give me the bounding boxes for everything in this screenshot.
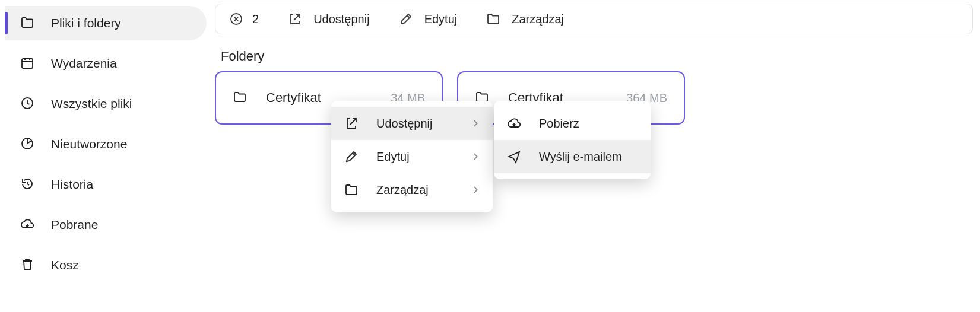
clear-selection[interactable]: 2 xyxy=(229,11,259,27)
share-icon xyxy=(287,11,303,27)
sidebar-item-label: Nieutworzone xyxy=(51,137,127,151)
send-icon xyxy=(507,149,524,164)
clock-icon xyxy=(19,96,37,112)
section-title-folders: Foldery xyxy=(221,49,264,64)
sidebar-item-files-folders[interactable]: Pliki i foldery xyxy=(5,6,207,40)
chevron-right-icon xyxy=(471,117,480,130)
context-menu: Udostępnij Edytuj Zarządzaj xyxy=(331,101,493,212)
sidebar-item-label: Pobrane xyxy=(51,218,98,232)
sidebar-item-events[interactable]: Wydarzenia xyxy=(5,46,207,81)
sidebar-item-label: Wydarzenia xyxy=(51,56,117,71)
download-cloud-icon xyxy=(19,217,37,233)
action-label: Edytuj xyxy=(424,12,458,26)
sidebar-item-label: Wszystkie pliki xyxy=(51,97,132,111)
share-icon xyxy=(344,116,361,130)
calendar-icon xyxy=(19,56,37,71)
trash-icon xyxy=(19,257,37,273)
folder-open-icon xyxy=(486,11,501,27)
sidebar-item-label: Historia xyxy=(51,177,93,192)
selected-count: 2 xyxy=(252,12,259,26)
folder-open-icon xyxy=(19,15,37,31)
submenu-download[interactable]: Pobierz xyxy=(494,107,651,140)
selection-action-bar: 2 Udostępnij Edytuj Zarządzaj xyxy=(215,4,973,34)
close-circle-icon xyxy=(229,11,244,27)
pencil-icon xyxy=(344,149,361,164)
action-label: Udostępnij xyxy=(313,12,370,26)
sidebar: Pliki i foldery Wydarzenia Wszystkie pli… xyxy=(5,6,207,288)
context-menu-share[interactable]: Udostępnij xyxy=(331,107,493,140)
action-edit[interactable]: Edytuj xyxy=(398,11,458,27)
action-share[interactable]: Udostępnij xyxy=(287,11,370,27)
folder-open-icon xyxy=(344,183,361,197)
chevron-right-icon xyxy=(471,150,480,164)
action-manage[interactable]: Zarządzaj xyxy=(486,11,564,27)
submenu-send-email[interactable]: Wyślij e-mailem xyxy=(494,140,651,173)
sidebar-item-label: Pliki i foldery xyxy=(51,16,121,30)
sidebar-item-all-files[interactable]: Wszystkie pliki xyxy=(5,87,207,121)
pie-icon xyxy=(19,136,37,152)
sidebar-item-label: Kosz xyxy=(51,258,79,272)
sidebar-item-trash[interactable]: Kosz xyxy=(5,248,207,282)
menu-item-label: Zarządzaj xyxy=(376,183,471,197)
menu-item-label: Pobierz xyxy=(539,117,638,130)
sidebar-item-downloads[interactable]: Pobrane xyxy=(5,208,207,242)
menu-item-label: Edytuj xyxy=(376,150,471,164)
action-label: Zarządzaj xyxy=(512,12,564,26)
sidebar-item-history[interactable]: Historia xyxy=(5,167,207,202)
chevron-right-icon xyxy=(471,183,480,197)
pencil-icon xyxy=(398,11,414,27)
menu-item-label: Wyślij e-mailem xyxy=(539,150,638,164)
context-submenu-share: Pobierz Wyślij e-mailem xyxy=(494,101,651,179)
download-cloud-icon xyxy=(507,116,524,130)
context-menu-manage[interactable]: Zarządzaj xyxy=(331,173,493,206)
context-menu-edit[interactable]: Edytuj xyxy=(331,140,493,173)
folder-icon xyxy=(233,90,250,107)
sidebar-item-uncreated[interactable]: Nieutworzone xyxy=(5,127,207,161)
menu-item-label: Udostępnij xyxy=(376,117,471,130)
history-icon xyxy=(19,177,37,192)
